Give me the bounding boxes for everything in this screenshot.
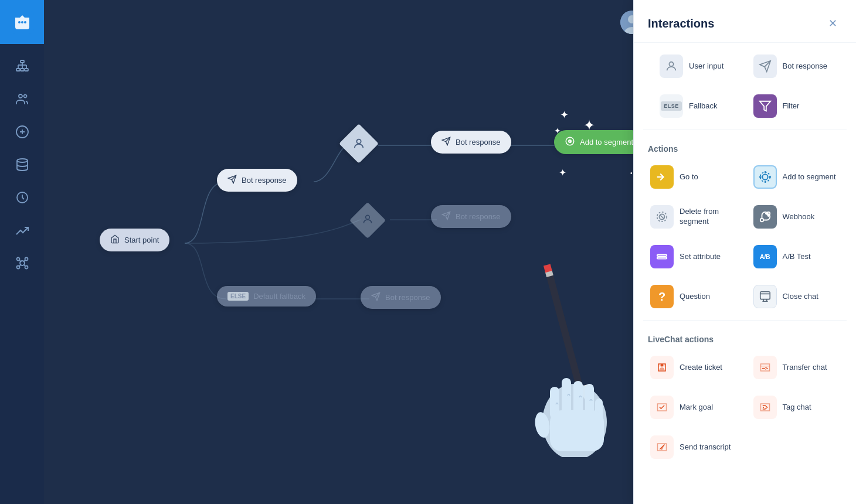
svg-line-24 xyxy=(19,264,21,266)
sidebar-item-flow[interactable] xyxy=(8,52,36,80)
svg-point-21 xyxy=(25,266,28,269)
hand-illustration xyxy=(516,252,633,457)
transfer-chat-label: Transfer chat xyxy=(783,363,827,373)
fallback-item[interactable]: ELSE Fallback xyxy=(653,87,744,125)
user-icon-2 xyxy=(362,213,373,227)
svg-rect-58 xyxy=(550,387,559,419)
user-icon xyxy=(352,137,365,150)
user-input-node-2[interactable] xyxy=(354,206,382,234)
bot-response-2-label: Bot response xyxy=(456,138,501,147)
svg-line-25 xyxy=(23,264,25,266)
svg-rect-76 xyxy=(657,254,667,256)
interactions-items: User input Bot response ELSE Fallback xyxy=(634,43,856,125)
set-attribute-item[interactable]: Set attribute xyxy=(643,238,744,275)
sidebar-item-integrations[interactable] xyxy=(8,249,36,277)
question-label: Question xyxy=(680,292,710,302)
add-segment-panel-icon xyxy=(753,165,777,189)
webhook-label: Webhook xyxy=(783,212,815,222)
question-item[interactable]: ? Question xyxy=(643,278,744,315)
bot-response-node-4[interactable]: Bot response xyxy=(361,286,441,309)
bot-response-node-3[interactable]: Bot response xyxy=(431,205,511,228)
svg-line-23 xyxy=(23,260,25,262)
transfer-chat-icon xyxy=(753,356,777,379)
svg-point-47 xyxy=(569,140,572,143)
send-transcript-item[interactable]: Send transcript xyxy=(643,428,744,466)
sidebar-item-analytics[interactable] xyxy=(8,216,36,244)
livechat-section-title: LiveChat actions xyxy=(634,325,856,349)
svg-point-13 xyxy=(19,94,22,98)
interactions-panel: Interactions ✕ User input xyxy=(633,0,856,504)
svg-point-3 xyxy=(24,21,26,23)
create-ticket-item[interactable]: Create ticket xyxy=(643,349,744,386)
sidebar-item-users[interactable] xyxy=(8,85,36,113)
filter-item[interactable]: Filter xyxy=(746,87,838,125)
default-fallback-node[interactable]: ELSE Default fallback xyxy=(217,286,316,307)
svg-rect-62 xyxy=(595,399,603,425)
ab-test-item[interactable]: A/B A/B Test xyxy=(746,238,847,275)
sparkle-1: ✦ xyxy=(560,108,569,121)
svg-rect-5 xyxy=(16,69,20,71)
webhook-item[interactable]: Webhook xyxy=(746,198,847,236)
svg-rect-53 xyxy=(546,273,583,387)
bot-response-3-label: Bot response xyxy=(456,212,501,221)
svg-point-19 xyxy=(25,258,28,261)
user-input-node[interactable] xyxy=(343,128,375,159)
svg-point-57 xyxy=(542,384,607,457)
svg-point-18 xyxy=(16,258,19,261)
add-to-segment-panel-item[interactable]: Add to segment xyxy=(746,158,847,196)
sidebar xyxy=(0,0,44,504)
create-ticket-label: Create ticket xyxy=(680,363,722,373)
start-point-node[interactable]: Start point xyxy=(100,229,169,251)
bot-response-1-label: Bot response xyxy=(242,176,287,185)
mark-goal-item[interactable]: Mark goal xyxy=(643,389,744,426)
go-to-label: Go to xyxy=(680,172,698,182)
user-input-item[interactable]: User input xyxy=(653,47,744,85)
divider-2 xyxy=(643,320,847,321)
tag-chat-label: Tag chat xyxy=(783,403,811,413)
bot-response-4-label: Bot response xyxy=(385,293,430,302)
svg-rect-63 xyxy=(550,410,604,451)
svg-point-48 xyxy=(366,215,370,219)
svg-point-15 xyxy=(17,159,28,162)
webhook-icon xyxy=(753,205,777,229)
transfer-chat-item[interactable]: Transfer chat xyxy=(746,349,847,386)
divider-1 xyxy=(643,130,847,130)
panel-title: Interactions xyxy=(648,17,714,30)
delete-from-segment-item[interactable]: Delete from segment xyxy=(643,198,744,236)
sidebar-item-ai[interactable] xyxy=(8,118,36,146)
svg-rect-78 xyxy=(760,292,770,299)
add-to-segment-panel-label: Add to segment xyxy=(783,172,836,182)
add-to-segment-label: Add to segment xyxy=(580,138,633,147)
close-panel-button[interactable]: ✕ xyxy=(823,14,842,33)
svg-marker-54 xyxy=(576,384,595,404)
go-to-item[interactable]: Go to xyxy=(643,158,744,196)
app-logo[interactable] xyxy=(0,0,44,44)
set-attribute-icon xyxy=(650,245,674,268)
sparkle-4: ✦ xyxy=(559,167,566,178)
add-to-segment-node[interactable]: Add to segment xyxy=(554,130,644,154)
bot-response-node-1[interactable]: Bot response xyxy=(217,169,297,192)
svg-point-65 xyxy=(669,62,673,66)
send-icon-2 xyxy=(441,137,451,148)
bot-response-item[interactable]: Bot response xyxy=(746,47,838,85)
question-icon: ? xyxy=(650,285,674,308)
tag-chat-item[interactable]: Tag chat xyxy=(746,389,847,426)
svg-point-70 xyxy=(760,172,770,182)
panel-bottom-spacer xyxy=(634,466,856,480)
svg-rect-56 xyxy=(544,264,552,273)
send-icon-4 xyxy=(371,292,381,303)
close-chat-icon xyxy=(753,285,777,308)
close-chat-item[interactable]: Close chat xyxy=(746,278,847,315)
svg-point-14 xyxy=(23,95,26,98)
mark-goal-label: Mark goal xyxy=(680,403,713,413)
svg-point-64 xyxy=(533,411,551,438)
sidebar-item-database[interactable] xyxy=(8,151,36,179)
sidebar-item-history[interactable] xyxy=(8,183,36,212)
svg-point-80 xyxy=(661,364,664,367)
mark-goal-icon xyxy=(650,396,674,419)
svg-point-2 xyxy=(21,21,23,23)
fallback-icon: ELSE xyxy=(227,292,249,301)
delete-segment-icon xyxy=(650,205,674,229)
bot-response-node-2[interactable]: Bot response xyxy=(431,131,511,154)
fallback-icon: ELSE xyxy=(660,94,683,118)
